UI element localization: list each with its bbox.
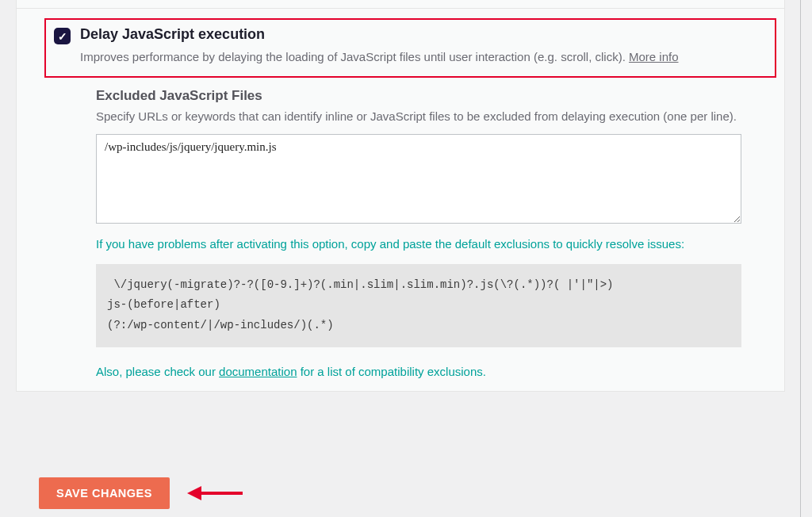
delay-js-description: Improves performance by delaying the loa… [80,49,679,65]
delay-js-title: Delay JavaScript execution [80,26,679,43]
save-row: SAVE CHANGES [39,477,244,509]
more-info-link[interactable]: More info [629,50,679,63]
divider [17,8,784,9]
arrow-left-icon [187,484,244,503]
documentation-hint: Also, please check our documentation for… [96,365,741,378]
excluded-js-description: Specify URLs or keywords that can identi… [96,108,741,125]
svg-marker-1 [187,486,201,500]
delay-js-desc-text: Improves performance by delaying the loa… [80,50,629,63]
save-changes-button[interactable]: SAVE CHANGES [39,477,170,509]
excluded-js-title: Excluded JavaScript Files [96,88,741,104]
doc-prefix: Also, please check our [96,365,219,378]
excluded-js-section: Excluded JavaScript Files Specify URLs o… [96,88,741,378]
delay-js-option-row: ✓ Delay JavaScript execution Improves pe… [54,26,767,65]
delay-js-highlight-box: ✓ Delay JavaScript execution Improves pe… [44,18,776,78]
delay-js-checkbox[interactable]: ✓ [54,28,71,44]
excluded-js-textarea[interactable] [96,134,741,224]
settings-panel: ✓ Delay JavaScript execution Improves pe… [16,0,785,392]
documentation-link[interactable]: documentation [219,365,297,378]
doc-suffix: for a list of compatibility exclusions. [297,365,486,378]
default-exclusions-code: \/jquery(-migrate)?-?([0-9.]+)?(.min|.sl… [96,264,741,348]
problem-hint-text: If you have problems after activating th… [96,236,741,254]
delay-js-text: Delay JavaScript execution Improves perf… [80,26,679,65]
outer-border [800,0,801,517]
check-icon: ✓ [58,31,67,42]
